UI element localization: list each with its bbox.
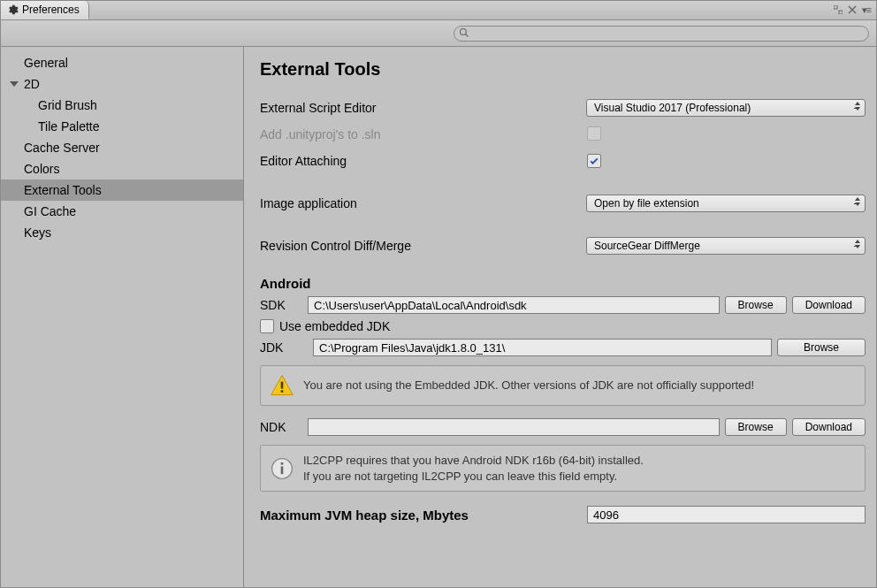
dropdown-value: Visual Studio 2017 (Professional) <box>594 102 751 114</box>
label-image-application: Image application <box>260 196 586 210</box>
label-revision-control: Revision Control Diff/Merge <box>260 239 586 253</box>
checkbox-add-unityproj <box>587 126 601 141</box>
row-heap-size: Maximum JVM heap size, Mbytes <box>260 506 866 523</box>
page-title: External Tools <box>260 59 866 80</box>
warning-jdk: You are not using the Embedded JDK. Othe… <box>260 365 866 406</box>
sidebar-item-general[interactable]: General <box>1 52 243 73</box>
sidebar-item-label: Tile Palette <box>38 119 100 134</box>
svg-rect-10 <box>281 462 284 465</box>
checkbox-editor-attaching[interactable] <box>587 154 601 168</box>
svg-point-4 <box>461 28 467 34</box>
download-sdk-button[interactable]: Download <box>792 296 866 314</box>
row-sdk: SDK Browse Download <box>260 296 866 314</box>
titlebar: Preferences ▾≡ <box>1 1 876 20</box>
browse-ndk-button[interactable]: Browse <box>725 418 787 436</box>
row-use-embedded-jdk: Use embedded JDK <box>260 319 866 333</box>
warning-text: You are not using the Embedded JDK. Othe… <box>303 378 754 393</box>
preferences-window: Preferences ▾≡ General 2D Grid <box>0 0 877 588</box>
row-jdk: JDK Browse <box>260 339 866 356</box>
checkbox-use-embedded-jdk[interactable] <box>260 319 274 333</box>
sidebar-item-2d[interactable]: 2D <box>1 73 243 95</box>
sidebar-item-grid-brush[interactable]: Grid Brush <box>1 95 243 116</box>
info-icon <box>270 456 294 481</box>
label-ndk: NDK <box>260 420 302 434</box>
sidebar-item-label: GI Cache <box>24 204 76 218</box>
svg-line-5 <box>466 34 469 36</box>
search-input[interactable] <box>454 26 869 42</box>
info-text: IL2CPP requires that you have Android ND… <box>303 453 644 484</box>
section-title-android: Android <box>260 276 866 291</box>
sidebar-item-cache-server[interactable]: Cache Server <box>1 137 243 158</box>
dropdown-image-application[interactable]: Open by file extension <box>586 195 866 212</box>
dropdown-value: Open by file extension <box>594 197 699 210</box>
label-editor-attaching: Editor Attaching <box>260 154 587 168</box>
svg-rect-0 <box>834 5 837 9</box>
sidebar-item-tile-palette[interactable]: Tile Palette <box>1 116 243 137</box>
window-controls: ▾≡ <box>834 1 876 19</box>
browse-sdk-button[interactable]: Browse <box>725 296 787 314</box>
window-dock-icon[interactable] <box>834 5 843 16</box>
dropdown-arrows-icon <box>855 197 860 206</box>
tab-preferences[interactable]: Preferences <box>1 1 89 19</box>
sidebar-item-external-tools[interactable]: External Tools <box>1 179 243 201</box>
sidebar-item-label: Cache Server <box>24 141 100 155</box>
label-external-script-editor: External Script Editor <box>260 101 586 115</box>
tab-label: Preferences <box>22 4 80 16</box>
check-icon <box>589 156 599 166</box>
dropdown-arrows-icon <box>855 240 860 248</box>
sidebar-item-keys[interactable]: Keys <box>1 222 243 243</box>
search-bar <box>1 20 876 47</box>
row-add-unityproj: Add .unityproj's to .sln <box>260 122 866 147</box>
sidebar-item-label: Colors <box>24 162 59 176</box>
row-external-script-editor: External Script Editor Visual Studio 201… <box>260 95 866 120</box>
dropdown-external-script-editor[interactable]: Visual Studio 2017 (Professional) <box>586 99 866 117</box>
svg-rect-6 <box>281 382 284 389</box>
label-jdk: JDK <box>260 340 302 355</box>
input-sdk-path[interactable] <box>308 296 720 314</box>
input-ndk-path[interactable] <box>308 418 720 436</box>
input-heap-size[interactable] <box>587 506 866 523</box>
row-image-application: Image application Open by file extension <box>260 191 866 216</box>
content-panel: External Tools External Script Editor Vi… <box>244 47 876 587</box>
body: General 2D Grid Brush Tile Palette Cache… <box>1 47 876 587</box>
input-jdk-path[interactable] <box>313 339 772 356</box>
window-menu-icon[interactable]: ▾≡ <box>862 4 871 16</box>
sidebar-item-label: External Tools <box>24 183 102 197</box>
gear-icon <box>6 4 19 16</box>
sidebar-item-label: General <box>24 56 68 70</box>
row-editor-attaching: Editor Attaching <box>260 149 866 173</box>
info-ndk: IL2CPP requires that you have Android ND… <box>260 445 866 492</box>
row-ndk: NDK Browse Download <box>260 418 866 436</box>
dropdown-value: SourceGear DiffMerge <box>594 240 700 252</box>
chevron-down-icon <box>10 81 19 87</box>
svg-rect-1 <box>839 11 843 14</box>
dropdown-arrows-icon <box>855 102 860 111</box>
window-close-icon[interactable] <box>848 5 857 16</box>
label-sdk: SDK <box>260 298 302 312</box>
sidebar-item-label: Keys <box>24 225 51 240</box>
sidebar-item-gi-cache[interactable]: GI Cache <box>1 201 243 222</box>
warning-icon <box>270 373 294 398</box>
sidebar-item-colors[interactable]: Colors <box>1 158 243 179</box>
label-add-unityproj: Add .unityproj's to .sln <box>260 127 587 141</box>
label-heap-size: Maximum JVM heap size, Mbytes <box>260 508 587 523</box>
row-revision-control: Revision Control Diff/Merge SourceGear D… <box>260 233 866 258</box>
svg-rect-9 <box>281 466 284 474</box>
download-ndk-button[interactable]: Download <box>792 418 866 436</box>
search-icon <box>459 27 469 38</box>
label-use-embedded-jdk: Use embedded JDK <box>279 319 390 333</box>
dropdown-revision-control[interactable]: SourceGear DiffMerge <box>586 237 866 255</box>
browse-jdk-button[interactable]: Browse <box>777 339 866 356</box>
sidebar-item-label: 2D <box>24 77 40 91</box>
sidebar: General 2D Grid Brush Tile Palette Cache… <box>1 47 244 587</box>
svg-rect-7 <box>281 390 284 393</box>
sidebar-item-label: Grid Brush <box>38 98 97 112</box>
